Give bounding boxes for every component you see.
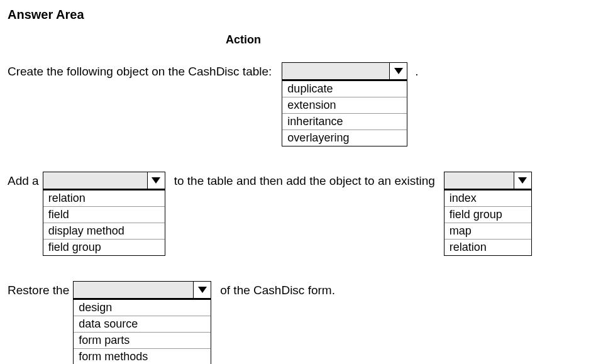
dropdown-option[interactable]: form methods [74,349,211,364]
dropdown-add-item: relation field display method field grou… [43,172,165,256]
dropdown-option[interactable]: relation [43,190,165,207]
row2-text2: to the table and then add the object to … [174,172,435,188]
dropdown-add-item-options: relation field display method field grou… [43,189,165,256]
answer-area-title: Answer Area [8,8,605,22]
dropdown-option[interactable]: overlayering [282,130,407,146]
dropdown-object-type-select[interactable] [282,62,407,80]
dropdown-object-type-value [282,63,389,79]
dropdown-existing-target-value [445,172,514,189]
dropdown-option[interactable]: data source [74,316,211,333]
dropdown-existing-target: index field group map relation [444,172,532,256]
dropdown-option[interactable]: display method [43,223,165,240]
dropdown-object-type: duplicate extension inheritance overlaye… [282,62,407,146]
dropdown-option[interactable]: form parts [74,333,211,349]
dropdown-restore-target-value [74,282,193,298]
chevron-down-icon[interactable] [514,172,531,189]
chevron-down-icon[interactable] [389,63,407,79]
question-row-2: Add a relation field display method fiel… [8,172,605,256]
chevron-down-icon[interactable] [193,282,211,298]
row2-text1: Add a [8,172,39,188]
dropdown-option[interactable]: duplicate [282,81,407,97]
dropdown-add-item-select[interactable] [43,172,165,189]
svg-marker-0 [394,68,403,74]
dropdown-option[interactable]: field [43,207,165,223]
dropdown-option[interactable]: map [445,223,531,240]
dropdown-option[interactable]: index [445,190,531,207]
row3-text2: of the CashDisc form. [220,281,335,297]
question-row-1: Create the following object on the CashD… [8,62,605,146]
chevron-down-icon[interactable] [147,172,165,189]
svg-marker-2 [518,177,527,184]
row1-text-after: . [411,62,418,79]
dropdown-existing-target-select[interactable] [444,172,532,189]
dropdown-option[interactable]: extension [282,97,407,114]
svg-marker-3 [198,287,207,293]
dropdown-restore-target-select[interactable] [73,281,211,299]
dropdown-option[interactable]: field group [445,207,531,223]
row1-text-before: Create the following object on the CashD… [8,62,272,79]
question-row-3: Restore the design data source form part… [8,281,605,364]
dropdown-add-item-value [43,172,147,189]
svg-marker-1 [152,177,160,184]
dropdown-option[interactable]: relation [445,240,531,255]
dropdown-existing-target-options: index field group map relation [444,189,532,256]
row3-text1: Restore the [8,281,69,297]
dropdown-restore-target: design data source form parts form metho… [73,281,211,364]
dropdown-restore-target-options: design data source form parts form metho… [73,299,211,364]
dropdown-object-type-options: duplicate extension inheritance overlaye… [282,80,407,146]
dropdown-option[interactable]: inheritance [282,114,407,130]
dropdown-option[interactable]: field group [43,240,165,255]
action-column-header: Action [196,33,290,47]
dropdown-option[interactable]: design [74,300,211,316]
